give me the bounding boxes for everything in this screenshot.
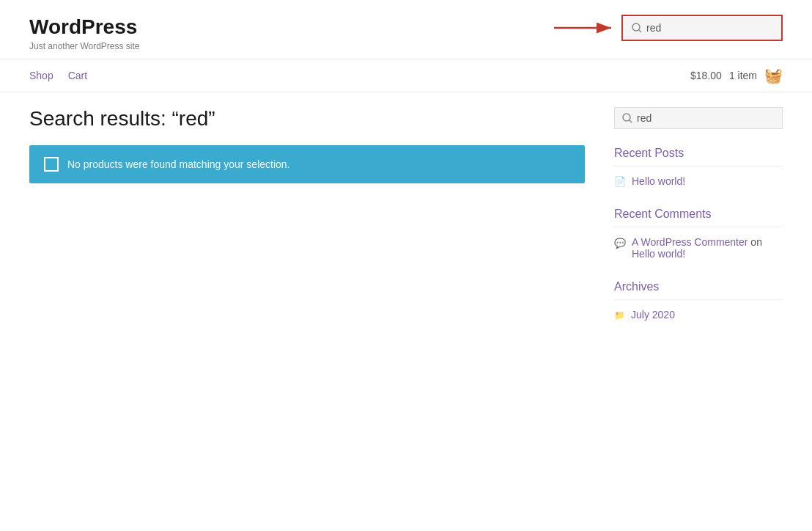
- archives-title: Archives: [614, 280, 783, 300]
- cart-count: 1 item: [729, 70, 757, 81]
- recent-comments-title: Recent Comments: [614, 208, 783, 227]
- comment-bubble-icon: 💬: [614, 238, 626, 249]
- cart-price: $18.00: [690, 70, 722, 81]
- sidebar-recent-posts: Recent Posts 📄 Hello world!: [614, 147, 783, 187]
- svg-line-3: [639, 30, 641, 32]
- no-products-notice: No products were found matching your sel…: [29, 145, 585, 183]
- header-search-area: [621, 15, 783, 41]
- list-item: 💬 A WordPress Commenter on Hello world!: [614, 236, 783, 260]
- red-arrow-icon: [554, 17, 620, 39]
- sidebar: Recent Posts 📄 Hello world! Recent Comme…: [614, 107, 783, 341]
- nav-bar: Shop Cart $18.00 1 item 🧺: [0, 59, 812, 92]
- nav-links: Shop Cart: [29, 70, 87, 81]
- archive-folder-icon: 📁: [614, 310, 625, 321]
- site-tagline: Just another WordPress site: [29, 41, 140, 51]
- list-item: 📁 July 2020: [614, 309, 783, 321]
- comment-post-link[interactable]: Hello world!: [632, 248, 685, 260]
- site-branding: WordPress Just another WordPress site: [29, 15, 140, 51]
- search-icon: [632, 23, 642, 33]
- svg-point-2: [632, 23, 640, 31]
- recent-post-link[interactable]: Hello world!: [632, 175, 685, 187]
- site-header: WordPress Just another WordPress site: [0, 0, 812, 59]
- notice-text: No products were found matching your sel…: [67, 158, 290, 170]
- recent-posts-title: Recent Posts: [614, 147, 783, 166]
- page-title: Search results: “red”: [29, 107, 585, 131]
- comment-text: A WordPress Commenter on Hello world!: [632, 236, 783, 260]
- site-title: WordPress: [29, 15, 140, 40]
- commenter-link[interactable]: A WordPress Commenter: [632, 236, 748, 248]
- sidebar-search-box[interactable]: [614, 107, 783, 129]
- main-content: Search results: “red” No products were f…: [0, 92, 812, 356]
- sidebar-archives: Archives 📁 July 2020: [614, 280, 783, 321]
- comment-on-text: on: [750, 236, 762, 248]
- list-item: 📄 Hello world!: [614, 175, 783, 187]
- header-search-box[interactable]: [621, 15, 783, 41]
- notice-box-icon: [44, 157, 59, 172]
- cart-info: $18.00 1 item 🧺: [690, 67, 783, 84]
- sidebar-search-icon: [622, 113, 632, 123]
- nav-cart[interactable]: Cart: [68, 70, 87, 81]
- content-area: Search results: “red” No products were f…: [29, 107, 585, 341]
- svg-line-5: [630, 120, 632, 122]
- nav-shop[interactable]: Shop: [29, 70, 53, 81]
- post-document-icon: 📄: [614, 176, 626, 187]
- svg-point-4: [623, 114, 630, 121]
- header-search-input[interactable]: [646, 22, 772, 34]
- cart-basket-icon[interactable]: 🧺: [764, 67, 783, 84]
- sidebar-search-input[interactable]: [637, 112, 775, 124]
- sidebar-recent-comments: Recent Comments 💬 A WordPress Commenter …: [614, 208, 783, 260]
- archive-month-link[interactable]: July 2020: [631, 309, 675, 321]
